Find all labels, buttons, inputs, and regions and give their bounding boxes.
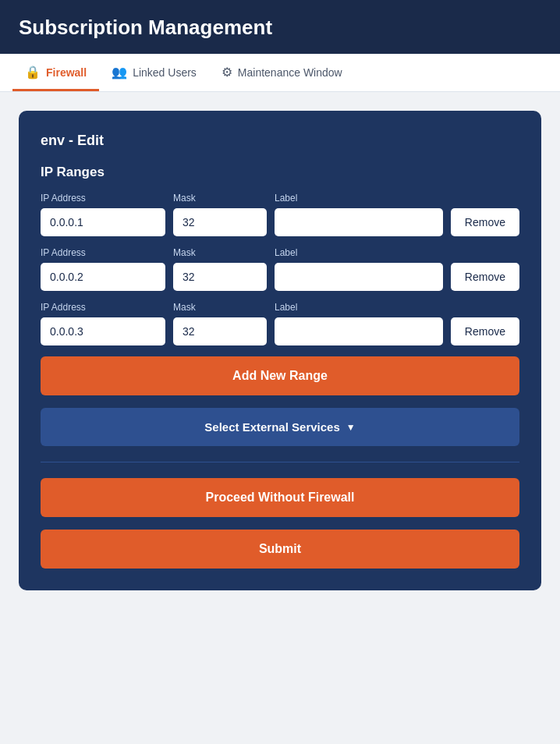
label-label-3: Label	[275, 302, 519, 313]
ip-address-input-3[interactable]	[41, 317, 165, 345]
ip-address-label-3: IP Address	[41, 302, 165, 313]
mask-input-1[interactable]	[173, 208, 267, 236]
label-input-2[interactable]	[275, 263, 443, 291]
submit-button[interactable]: Submit	[41, 530, 519, 569]
mask-label-3: Mask	[173, 302, 267, 313]
ip-range-labels-2: IP Address Mask Label	[41, 247, 519, 258]
page-title: Subscription Management	[19, 16, 541, 40]
gear-icon: ⚙	[222, 65, 232, 80]
card: env - Edit IP Ranges IP Address Mask Lab…	[19, 111, 541, 590]
ip-address-input-1[interactable]	[41, 208, 165, 236]
ip-range-row-2: Remove	[41, 263, 519, 291]
mask-input-2[interactable]	[173, 263, 267, 291]
select-external-services-label: Select External Services	[204, 420, 339, 434]
tab-bar: 🔒 Firewall 👥 Linked Users ⚙ Maintenance …	[0, 54, 560, 92]
mask-label-1: Mask	[173, 193, 267, 204]
ip-range-group-3: IP Address Mask Label Remove	[41, 302, 519, 345]
tab-maintenance-window-label: Maintenance Window	[238, 66, 342, 79]
remove-button-1[interactable]: Remove	[451, 208, 519, 236]
tab-linked-users[interactable]: 👥 Linked Users	[99, 54, 209, 91]
tab-firewall-label: Firewall	[46, 66, 87, 79]
mask-label-2: Mask	[173, 247, 267, 258]
ip-address-input-2[interactable]	[41, 263, 165, 291]
label-input-1[interactable]	[275, 208, 443, 236]
select-external-services-button[interactable]: Select External Services ▼	[41, 408, 519, 446]
remove-button-2[interactable]: Remove	[451, 263, 519, 291]
ip-range-group-2: IP Address Mask Label Remove	[41, 247, 519, 291]
lock-icon: 🔒	[25, 65, 41, 80]
tab-maintenance-window[interactable]: ⚙ Maintenance Window	[209, 54, 355, 91]
label-label-1: Label	[275, 193, 519, 204]
tab-firewall[interactable]: 🔒 Firewall	[12, 54, 99, 91]
label-label-2: Label	[275, 247, 519, 258]
divider	[41, 462, 519, 462]
ip-range-row-1: Remove	[41, 208, 519, 236]
proceed-without-firewall-button[interactable]: Proceed Without Firewall	[41, 478, 519, 517]
tab-linked-users-label: Linked Users	[133, 66, 197, 79]
ip-range-row-3: Remove	[41, 317, 519, 345]
section-title: IP Ranges	[41, 165, 519, 180]
ip-address-label-1: IP Address	[41, 193, 165, 204]
ip-address-label-2: IP Address	[41, 247, 165, 258]
card-title: env - Edit	[41, 133, 519, 149]
page-content: env - Edit IP Ranges IP Address Mask Lab…	[0, 92, 560, 609]
remove-button-3[interactable]: Remove	[451, 317, 519, 345]
users-icon: 👥	[112, 65, 127, 80]
label-input-3[interactable]	[275, 317, 443, 345]
chevron-down-icon: ▼	[346, 422, 356, 433]
mask-input-3[interactable]	[173, 317, 267, 345]
ip-range-labels-3: IP Address Mask Label	[41, 302, 519, 313]
ip-range-group-1: IP Address Mask Label Remove	[41, 193, 519, 236]
ip-range-labels-1: IP Address Mask Label	[41, 193, 519, 204]
header: Subscription Management	[0, 0, 560, 54]
add-new-range-button[interactable]: Add New Range	[41, 356, 519, 395]
